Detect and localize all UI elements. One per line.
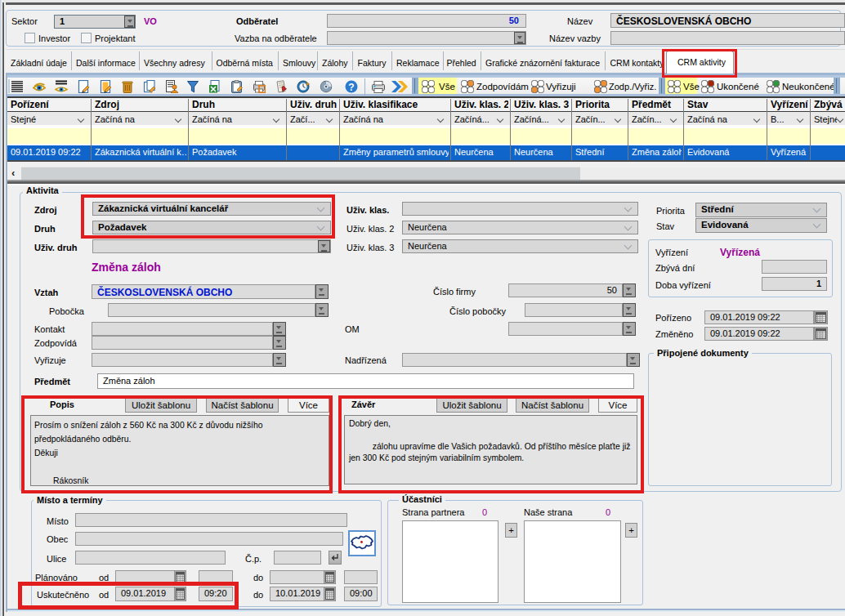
svg-text:?: ? — [348, 82, 354, 93]
